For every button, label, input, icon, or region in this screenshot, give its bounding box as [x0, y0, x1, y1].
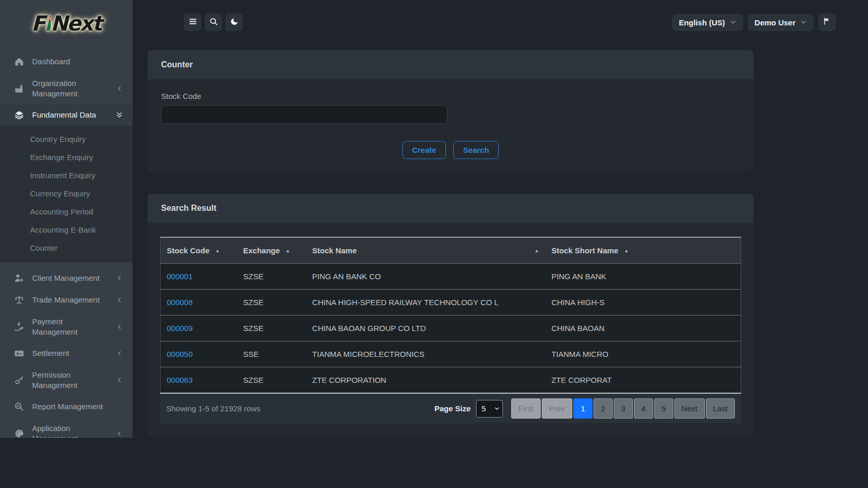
- chevron-down-icon: [800, 18, 807, 27]
- stock-code-link[interactable]: 000001: [167, 272, 193, 281]
- counter-panel-title: Counter: [148, 50, 754, 79]
- topbar-right: English (US) Demo User: [672, 13, 836, 31]
- stock-short-name-cell: ZTE CORPORAT: [545, 367, 741, 394]
- stock-name-cell: ZTE CORPORATION: [306, 367, 545, 394]
- stock-short-name-cell: PING AN BANK: [545, 264, 741, 290]
- layers-icon: [14, 110, 24, 120]
- stock-name-cell: PING AN BANK CO: [306, 264, 545, 290]
- flag-icon: [823, 17, 831, 27]
- home-icon: [14, 56, 24, 67]
- stock-code-label: Stock Code: [161, 92, 740, 101]
- stock-code-link[interactable]: 000009: [167, 324, 193, 333]
- report-search-icon: [14, 401, 24, 412]
- user-dropdown[interactable]: Demo User: [748, 14, 814, 31]
- table-row: 000008 SZSE CHINA HIGH-SPEED RAILWAY TEC…: [161, 290, 741, 315]
- sidebar-item-report-management[interactable]: Report Management: [0, 396, 133, 418]
- sidebar-item-organization-management[interactable]: Organization Management: [0, 73, 133, 104]
- page-size-label: Page Size: [435, 404, 471, 413]
- page-3-button[interactable]: 3: [614, 398, 633, 419]
- sidebar-item-fundamental-data[interactable]: Fundamental Data: [0, 104, 133, 126]
- cash-card-icon: $=: [14, 348, 24, 358]
- scales-icon: [14, 295, 24, 305]
- sidebar-subitem-accounting-e-bank[interactable]: Accounting E-Bank: [0, 221, 133, 239]
- sort-asc-icon: ▲: [624, 248, 629, 253]
- sidebar-item-trade-management[interactable]: Trade Management: [0, 289, 133, 311]
- column-header-exchange[interactable]: Exchange▲: [237, 237, 306, 264]
- table-row: 000050 SSE TIANMA MICROELECTRONICS TIANM…: [161, 341, 741, 367]
- table-row: 000009 SZSE CHINA BAOAN GROUP CO LTD CHI…: [161, 315, 741, 341]
- language-dropdown[interactable]: English (US): [672, 14, 743, 31]
- stock-short-name-cell: CHINA BAOAN: [545, 315, 741, 341]
- page-5-button[interactable]: 5: [654, 398, 673, 419]
- pagination-controls: Page Size 5 First Prev 1 2: [435, 398, 735, 419]
- sidebar-item-dashboard[interactable]: Dashboard: [0, 51, 133, 73]
- page-size-select[interactable]: 5: [476, 400, 503, 418]
- sidebar-subitem-exchange-enquiry[interactable]: Exchange Enquiry: [0, 148, 133, 166]
- dark-mode-button[interactable]: [225, 13, 243, 31]
- report-issue-button[interactable]: [818, 13, 836, 31]
- page-2-button[interactable]: 2: [594, 398, 613, 419]
- brand-logo[interactable]: FiNext: [0, 0, 133, 47]
- search-result-body: Stock Code▲ Exchange▲ Stock Name▲ Stock …: [148, 223, 754, 436]
- moon-icon: [230, 17, 239, 28]
- create-button[interactable]: Create: [402, 141, 446, 159]
- row-count-status: Showing 1-5 of 21928 rows: [166, 404, 261, 413]
- page-size-select-wrap: 5: [476, 400, 503, 418]
- page-4-button[interactable]: 4: [634, 398, 653, 419]
- brand-logo-text: FiNext: [32, 11, 102, 35]
- sidebar-item-payment-management[interactable]: Payment Management: [0, 311, 133, 342]
- stock-code-link[interactable]: 000008: [167, 298, 193, 307]
- chevron-left-icon: [116, 275, 123, 282]
- stock-code-link[interactable]: 000063: [167, 376, 193, 384]
- table-row: 000063 SZSE ZTE CORPORATION ZTE CORPORAT: [161, 367, 741, 394]
- factory-icon: [14, 83, 24, 94]
- search-result-panel: Search Result Stock Code▲ Exchange▲ Stoc…: [148, 194, 754, 436]
- main-content: English (US) Demo User Counter Stock Cod: [133, 0, 868, 488]
- search-button[interactable]: Search: [453, 141, 499, 159]
- chevron-left-icon: [116, 323, 123, 331]
- page-1-button[interactable]: 1: [573, 398, 592, 419]
- sidebar-toggle-button[interactable]: [184, 13, 201, 31]
- stock-name-cell: TIANMA MICROELECTRONICS: [306, 341, 545, 367]
- stock-code-link[interactable]: 000050: [167, 350, 193, 358]
- exchange-cell: SZSE: [237, 264, 306, 290]
- sidebar-item-application-management[interactable]: Application Management: [0, 418, 133, 438]
- stock-short-name-cell: CHINA HIGH-S: [545, 290, 741, 315]
- column-header-stock-name[interactable]: Stock Name▲: [306, 237, 545, 264]
- svg-text:$=: $=: [16, 351, 22, 356]
- search-result-panel-title: Search Result: [148, 194, 754, 223]
- fundamental-data-submenu: Country Enquiry Exchange Enquiry Instrum…: [0, 126, 133, 262]
- sidebar-subitem-country-enquiry[interactable]: Country Enquiry: [0, 130, 133, 148]
- global-search-button[interactable]: [205, 13, 222, 31]
- sidebar-subitem-counter[interactable]: Counter: [0, 239, 133, 257]
- table-row: 000001 SZSE PING AN BANK CO PING AN BANK: [161, 264, 741, 290]
- sidebar-item-client-management[interactable]: Client Management: [0, 267, 133, 289]
- page-prev-button[interactable]: Prev: [542, 398, 572, 419]
- hand-dollar-icon: [14, 322, 24, 332]
- sidebar-subitem-currency-enquiry[interactable]: Currency Enquiry: [0, 184, 133, 203]
- hamburger-icon: [189, 17, 197, 28]
- sort-asc-icon: ▲: [285, 248, 290, 253]
- pager: First Prev 1 2 3 4 5 Next Last: [511, 398, 735, 419]
- stock-short-name-cell: TIANMA MICRO: [545, 341, 741, 367]
- user-gear-icon: [14, 273, 24, 283]
- counter-panel: Counter Stock Code Create Search: [148, 50, 754, 171]
- page-first-button[interactable]: First: [511, 398, 541, 419]
- sort-asc-icon: ▲: [534, 248, 539, 253]
- column-header-stock-short-name[interactable]: Stock Short Name▲: [545, 237, 741, 264]
- stock-name-cell: CHINA HIGH-SPEED RAILWAY TECHNOLOGY CO L: [306, 290, 545, 315]
- sort-asc-icon: ▲: [215, 248, 220, 253]
- sidebar-nav: Dashboard Organization Management Fundam…: [0, 47, 133, 438]
- sidebar-item-settlement[interactable]: $= Settlement: [0, 342, 133, 364]
- sidebar-subitem-accounting-period[interactable]: Accounting Period: [0, 203, 133, 221]
- topbar: English (US) Demo User: [133, 0, 868, 31]
- column-header-stock-code[interactable]: Stock Code▲: [161, 237, 237, 264]
- page-last-button[interactable]: Last: [706, 398, 735, 419]
- stock-code-input[interactable]: [161, 105, 447, 124]
- key-icon: [14, 375, 24, 385]
- chevron-left-icon: [116, 430, 123, 437]
- page-next-button[interactable]: Next: [674, 398, 705, 419]
- sidebar-item-permission-management[interactable]: Permission Management: [0, 364, 133, 396]
- sidebar-subitem-instrument-enquiry[interactable]: Instrument Enquiry: [0, 166, 133, 184]
- chevron-left-icon: [116, 296, 123, 304]
